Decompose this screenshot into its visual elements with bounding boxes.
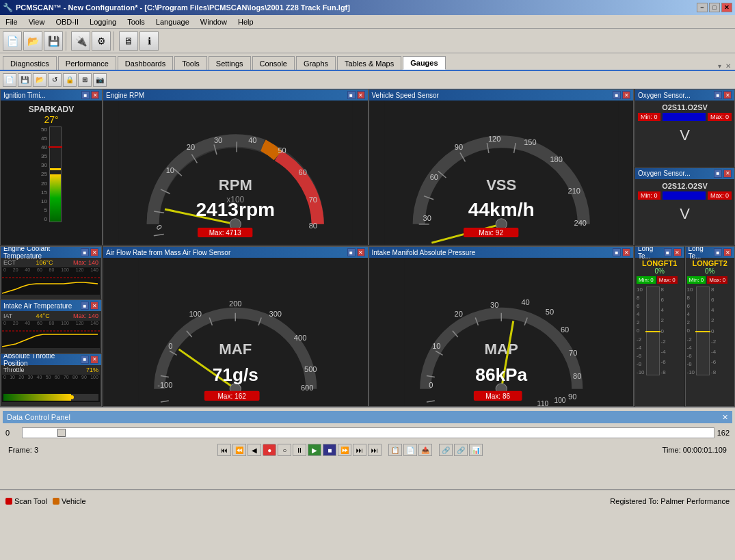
maf-minimize[interactable]: ■: [347, 248, 356, 256]
o2s11-close[interactable]: ✕: [723, 91, 732, 99]
transport-copy[interactable]: 📋: [388, 444, 402, 456]
gauges-area: Ignition Timi... ■ ✕ SPARKADV 27° 504540…: [0, 89, 735, 407]
transport-export[interactable]: 📤: [418, 444, 432, 456]
settings-button[interactable]: ⚙: [92, 31, 111, 51]
sub-refresh[interactable]: ↺: [48, 73, 62, 87]
longft2-header: Long Te... ■ ✕: [686, 247, 735, 258]
o2s11-header: Oxygen Sensor... ■ ✕: [635, 90, 734, 101]
open-button[interactable]: 📂: [23, 31, 42, 51]
throttle-minimize[interactable]: ■: [81, 356, 89, 364]
close-button[interactable]: ✕: [721, 3, 732, 12]
svg-text:30: 30: [490, 301, 498, 309]
ignition-minimize[interactable]: ■: [81, 91, 90, 99]
transport-unlink[interactable]: 🔗: [454, 444, 468, 456]
connect-button[interactable]: 🔌: [71, 31, 90, 51]
dcp-close[interactable]: ✕: [722, 413, 728, 422]
status-left: Scan Tool Vehicle: [5, 497, 86, 505]
vss-close[interactable]: ✕: [622, 91, 630, 99]
menu-view[interactable]: View: [26, 17, 48, 27]
svg-text:100: 100: [554, 397, 565, 404]
info-button[interactable]: ℹ: [139, 31, 159, 51]
save-button[interactable]: 💾: [44, 31, 63, 51]
transport-chart[interactable]: 📊: [469, 444, 483, 456]
transport-record-stop[interactable]: ○: [278, 444, 291, 456]
tab-graphs[interactable]: Graphs: [296, 56, 336, 70]
maf-close[interactable]: ✕: [357, 248, 365, 256]
dcp-header: Data Control Panel ✕: [3, 411, 732, 423]
tabs-close[interactable]: ✕: [725, 62, 731, 70]
svg-text:20: 20: [454, 310, 462, 318]
tab-tools[interactable]: Tools: [174, 56, 207, 70]
maf-header: Air Flow Rate from Mass Air Flow Sensor …: [103, 247, 368, 258]
longft1-close[interactable]: ✕: [673, 248, 682, 256]
transport-paste[interactable]: 📄: [403, 444, 417, 456]
transport-stop[interactable]: ■: [323, 444, 336, 456]
transport-prev[interactable]: ◀: [248, 444, 261, 456]
menubar: File View OBD-II Logging Tools Language …: [0, 15, 735, 29]
o2s12-minimize[interactable]: ■: [714, 170, 722, 178]
transport-link[interactable]: 🔗: [439, 444, 453, 456]
transport-next-fast[interactable]: ⏭: [353, 444, 366, 456]
transport-next[interactable]: ⏩: [338, 444, 351, 456]
transport-prev-fast[interactable]: ⏪: [232, 444, 246, 456]
svg-text:180: 180: [550, 155, 562, 163]
ignition-close[interactable]: ✕: [91, 91, 99, 99]
menu-logging[interactable]: Logging: [87, 17, 119, 27]
tab-gauges[interactable]: Gauges: [403, 56, 445, 70]
menu-language[interactable]: Language: [153, 17, 192, 27]
transport-play[interactable]: ▶: [308, 444, 321, 456]
transport-record[interactable]: ●: [263, 444, 276, 456]
menu-tools[interactable]: Tools: [124, 17, 148, 27]
transport-first[interactable]: ⏮: [217, 444, 231, 456]
transport-last[interactable]: ⏭: [368, 444, 382, 456]
sub-open[interactable]: 📂: [33, 73, 46, 87]
maximize-button[interactable]: □: [709, 3, 720, 12]
titlebar-right: − □ ✕: [697, 3, 732, 12]
ect-minimize[interactable]: ■: [81, 248, 89, 256]
sub-grid[interactable]: ⊞: [78, 73, 92, 87]
sub-lock[interactable]: 🔒: [63, 73, 77, 87]
rpm-minimize[interactable]: ■: [347, 91, 356, 99]
svg-text:80: 80: [309, 222, 317, 230]
iat-close[interactable]: ✕: [90, 302, 98, 310]
longft1-minimize[interactable]: ■: [664, 248, 672, 256]
minimize-button[interactable]: −: [697, 3, 708, 12]
tab-settings[interactable]: Settings: [209, 56, 251, 70]
range-thumb[interactable]: [57, 429, 66, 437]
menu-help[interactable]: Help: [235, 17, 256, 27]
menu-obdii[interactable]: OBD-II: [53, 17, 81, 27]
map-gauge-panel: Intake Manifold Absolute Pressure ■ ✕: [369, 246, 634, 407]
tab-tables-maps[interactable]: Tables & Maps: [337, 56, 401, 70]
new-button[interactable]: 📄: [3, 31, 22, 51]
longft2-minimize[interactable]: ■: [714, 248, 722, 256]
menu-window[interactable]: Window: [198, 17, 230, 27]
menu-file[interactable]: File: [3, 17, 21, 27]
tab-performance[interactable]: Performance: [58, 56, 116, 70]
o2s11-minimize[interactable]: ■: [714, 91, 722, 99]
svg-text:100: 100: [189, 310, 202, 318]
map-close[interactable]: ✕: [622, 248, 630, 256]
tab-dashboards[interactable]: Dashboards: [118, 56, 173, 70]
titlebar-title: PCMSCAN™ - New Configuration* - [C:\Prog…: [16, 3, 350, 12]
throttle-close[interactable]: ✕: [90, 356, 98, 364]
map-minimize[interactable]: ■: [613, 248, 621, 256]
tab-console[interactable]: Console: [252, 56, 295, 70]
tab-diagnostics[interactable]: Diagnostics: [3, 56, 57, 70]
rpm-close[interactable]: ✕: [357, 91, 365, 99]
sub-save[interactable]: 💾: [18, 73, 31, 87]
longft2-panel: Long Te... ■ ✕ LONGFT2 0% Min: 0 Max: 0: [685, 246, 736, 407]
screen-button[interactable]: 🖥: [119, 31, 138, 51]
transport-pause[interactable]: ⏸: [293, 444, 306, 456]
longft2-close[interactable]: ✕: [723, 248, 732, 256]
sub-camera[interactable]: 📷: [93, 73, 107, 87]
tabs-dropdown[interactable]: ▾: [718, 62, 721, 70]
svg-text:70: 70: [569, 349, 577, 357]
o2s12-close[interactable]: ✕: [723, 170, 732, 178]
sub-new[interactable]: 📄: [3, 73, 16, 87]
vss-minimize[interactable]: ■: [613, 91, 621, 99]
svg-text:400: 400: [294, 334, 307, 342]
ect-close[interactable]: ✕: [90, 248, 98, 256]
range-slider[interactable]: [22, 427, 714, 438]
iat-minimize[interactable]: ■: [81, 302, 89, 310]
dcp-title: Data Control Panel: [7, 413, 70, 421]
